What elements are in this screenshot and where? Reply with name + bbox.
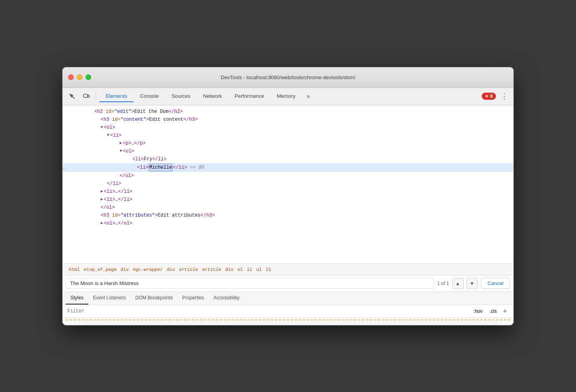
svg-line-0 [72, 96, 74, 99]
tab-memory[interactable]: Memory [271, 91, 302, 102]
search-input[interactable] [66, 278, 434, 289]
tabs-container: Elements Console Sources Network Perform… [99, 90, 480, 103]
svg-rect-2 [88, 95, 90, 97]
tab-styles[interactable]: Styles [66, 292, 88, 304]
triangle-icon[interactable]: ▼ [107, 132, 109, 139]
inspect-icon[interactable] [66, 90, 78, 103]
breadcrumb-top-of-page[interactable]: #top_of_page [82, 266, 118, 273]
dom-line: </ul> [63, 172, 513, 180]
search-down-button[interactable]: ▼ [467, 278, 478, 289]
breadcrumb-html[interactable]: html [67, 266, 82, 273]
tab-performance[interactable]: Performance [228, 91, 270, 102]
michelle-text: Michelle [149, 164, 173, 171]
tab-properties[interactable]: Properties [177, 292, 209, 304]
dom-line: </ol> [63, 204, 513, 211]
menu-button[interactable]: ⋮ [498, 90, 510, 102]
dom-line: <h3 id="content">Edit content</h3> [63, 116, 513, 124]
toolbar-right: ✕ 6 ⋮ [482, 90, 510, 102]
tab-network[interactable]: Network [197, 91, 229, 102]
filter-controls: :hov .cls + [471, 307, 509, 315]
dom-line: ▶<ol>…</ol> [63, 219, 513, 227]
cls-button[interactable]: .cls [487, 307, 499, 315]
dom-line: </li> [63, 180, 513, 188]
dom-line-highlighted[interactable]: … <li>Michelle</li> == $0 [63, 163, 513, 172]
dashed-border [66, 320, 510, 323]
breadcrumb-ol[interactable]: ol [236, 266, 244, 273]
filter-input[interactable] [67, 308, 468, 314]
window-title: DevTools - localhost:8080/web/tools/chro… [221, 74, 355, 80]
triangle-icon[interactable]: ▶ [101, 196, 103, 203]
breadcrumb-article2[interactable]: article [200, 266, 223, 273]
titlebar: DevTools - localhost:8080/web/tools/chro… [63, 67, 513, 88]
search-bar: 1 of 1 ▲ ▼ Cancel [63, 276, 513, 292]
dom-line: ▼<ul> [63, 147, 513, 155]
dom-line: <li>Fry</li> [63, 155, 513, 163]
devtools-window: DevTools - localhost:8080/web/tools/chro… [62, 67, 514, 325]
toolbar: Elements Console Sources Network Perform… [63, 88, 513, 105]
breadcrumb-li[interactable]: li [245, 266, 254, 273]
maximize-button[interactable] [86, 74, 91, 80]
separator [96, 91, 96, 101]
error-x-icon: ✕ [485, 94, 488, 99]
tab-sources[interactable]: Sources [165, 91, 197, 102]
tab-event-listeners[interactable]: Event Listeners [88, 292, 131, 304]
close-button[interactable] [68, 74, 74, 80]
dom-panel: <h2 id="edit">Edit the Dom</h2> <h3 id="… [63, 105, 513, 264]
dom-line: ▶<li>…</li> [63, 188, 513, 196]
tab-dom-breakpoints[interactable]: DOM Breakpoints [130, 292, 177, 304]
breadcrumb-div1[interactable]: div [119, 266, 130, 273]
minimize-button[interactable] [77, 74, 82, 80]
error-badge[interactable]: ✕ 6 [482, 93, 496, 100]
styles-tabs: Styles Event Listeners DOM Breakpoints P… [63, 292, 513, 305]
add-style-button[interactable]: + [502, 308, 509, 315]
dom-line: ▶<li>…</li> [63, 196, 513, 204]
dom-line: <h2 id="edit">Edit the Dom</h2> [63, 108, 513, 116]
dom-line: <h3 id="attributes">Edit attributes</h3> [63, 211, 513, 219]
filter-bar: :hov .cls + [63, 305, 513, 318]
error-count: 6 [490, 93, 493, 99]
cancel-button[interactable]: Cancel [481, 278, 510, 289]
styles-panel: Styles Event Listeners DOM Breakpoints P… [63, 292, 513, 323]
triangle-icon[interactable]: ▶ [120, 140, 122, 147]
search-up-button[interactable]: ▲ [452, 278, 463, 289]
triangle-icon[interactable]: ▶ [101, 220, 103, 227]
tag: <h2 [94, 108, 106, 115]
search-count: 1 of 1 [437, 281, 449, 286]
breadcrumb-article1[interactable]: article [177, 266, 200, 273]
tab-console[interactable]: Console [134, 91, 165, 102]
svg-rect-1 [84, 94, 88, 97]
breadcrumb-bar: html #top_of_page div #gc-wrapper div ar… [63, 264, 513, 276]
more-tabs-button[interactable]: » [302, 90, 315, 103]
dots-prefix: … [63, 164, 72, 171]
tab-elements[interactable]: Elements [99, 91, 134, 102]
traffic-lights [68, 74, 91, 80]
hov-button[interactable]: :hov [471, 307, 485, 315]
breadcrumb-div3[interactable]: div [223, 266, 235, 273]
breadcrumb-ul[interactable]: ul [255, 266, 263, 273]
triangle-icon[interactable]: ▶ [101, 188, 103, 195]
tab-accessibility[interactable]: Accessibility [209, 292, 244, 304]
triangle-icon[interactable]: ▼ [120, 148, 122, 155]
triangle-icon[interactable]: ▼ [101, 124, 103, 131]
dom-line: ▼<ol> [63, 124, 513, 131]
dom-line: ▼<li> [63, 131, 513, 139]
breadcrumb-div2[interactable]: div [165, 266, 177, 273]
dom-line: ▶<p>…</p> [63, 139, 513, 147]
breadcrumb-li2[interactable]: li [264, 266, 273, 273]
breadcrumb-gc-wrapper[interactable]: #gc-wrapper [131, 266, 164, 273]
device-icon[interactable] [80, 90, 93, 103]
